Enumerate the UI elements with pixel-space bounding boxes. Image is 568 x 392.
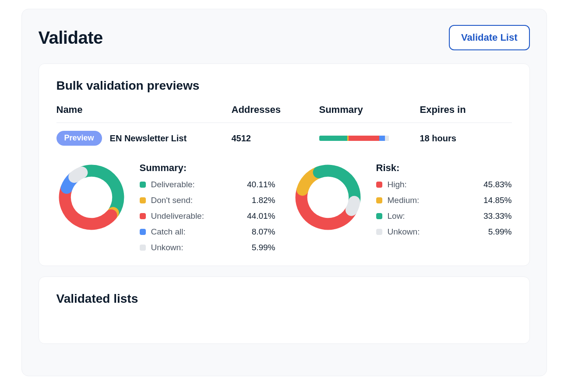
legend-item: Medium:14.85%: [376, 196, 512, 205]
legend-label: Low:: [388, 211, 472, 221]
page-title: Validate: [39, 28, 103, 48]
legend-value: 5.99%: [477, 227, 512, 237]
preview-row-summary-bar: [319, 136, 420, 141]
validate-list-button[interactable]: Validate List: [449, 25, 529, 50]
legend-label: Catch all:: [151, 227, 235, 237]
risk-legend: High:45.83%Medium:14.85%Low:33.33%Unkown…: [376, 180, 512, 237]
legend-value: 14.85%: [477, 196, 512, 205]
col-summary: Summary: [319, 104, 420, 116]
legend-item: Don't send:1.82%: [140, 196, 275, 205]
validated-lists-panel: Validated lists: [39, 276, 530, 344]
legend-label: Undeliverable:: [151, 211, 235, 221]
legend-swatch: [140, 197, 146, 203]
preview-row-addresses: 4512: [232, 133, 319, 144]
summary-legend-title: Summary:: [140, 162, 275, 174]
col-addresses: Addresses: [232, 104, 319, 116]
col-name: Name: [56, 104, 232, 116]
legend-value: 1.82%: [240, 196, 275, 205]
legend-swatch: [376, 213, 382, 219]
legend-value: 8.07%: [240, 227, 275, 237]
summary-donut-chart: [56, 162, 127, 232]
summary-block: Summary: Deliverable:40.11%Don't send:1.…: [56, 162, 275, 252]
risk-legend-title: Risk:: [376, 162, 512, 174]
bulk-validation-previews-panel: Bulk validation previews Name Addresses …: [39, 63, 530, 266]
legend-swatch: [140, 182, 146, 188]
legend-value: 44.01%: [240, 211, 275, 221]
legend-value: 45.83%: [477, 180, 512, 189]
legend-swatch: [140, 229, 146, 235]
risk-block: Risk: High:45.83%Medium:14.85%Low:33.33%…: [293, 162, 512, 252]
legend-swatch: [376, 182, 382, 188]
legend-item: High:45.83%: [376, 180, 512, 189]
page-card: Validate Validate List Bulk validation p…: [21, 9, 547, 376]
legend-label: Medium:: [388, 196, 472, 205]
preview-row-name-cell: Preview EN Newsletter List: [56, 131, 232, 146]
validated-lists-title: Validated lists: [56, 292, 512, 306]
legend-item: Catch all:8.07%: [140, 227, 275, 237]
legend-swatch: [376, 229, 382, 235]
legend-item: Unkown:5.99%: [140, 243, 275, 252]
legend-label: High:: [388, 180, 472, 189]
preview-row[interactable]: Preview EN Newsletter List 4512 18 hours: [56, 123, 512, 154]
preview-row-expires: 18 hours: [420, 133, 512, 144]
legend-value: 33.33%: [477, 211, 512, 221]
legend-value: 5.99%: [240, 243, 275, 252]
legend-value: 40.11%: [240, 180, 275, 189]
legend-swatch: [140, 245, 146, 251]
previews-panel-title: Bulk validation previews: [56, 79, 512, 93]
risk-donut-chart: [293, 162, 363, 232]
summary-legend: Deliverable:40.11%Don't send:1.82%Undeli…: [140, 180, 275, 252]
legend-swatch: [376, 197, 382, 203]
preview-pill: Preview: [56, 131, 102, 146]
preview-details: Summary: Deliverable:40.11%Don't send:1.…: [56, 162, 512, 252]
previews-table-header: Name Addresses Summary Expires in: [56, 104, 512, 123]
topbar: Validate Validate List: [39, 25, 530, 50]
preview-row-name: EN Newsletter List: [110, 133, 187, 144]
legend-label: Deliverable:: [151, 180, 235, 189]
legend-item: Undeliverable:44.01%: [140, 211, 275, 221]
col-expires: Expires in: [420, 104, 512, 116]
legend-item: Unkown:5.99%: [376, 227, 512, 237]
legend-label: Unkown:: [388, 227, 472, 237]
legend-swatch: [140, 213, 146, 219]
legend-item: Low:33.33%: [376, 211, 512, 221]
legend-label: Unkown:: [151, 243, 235, 252]
legend-label: Don't send:: [151, 196, 235, 205]
legend-item: Deliverable:40.11%: [140, 180, 275, 189]
